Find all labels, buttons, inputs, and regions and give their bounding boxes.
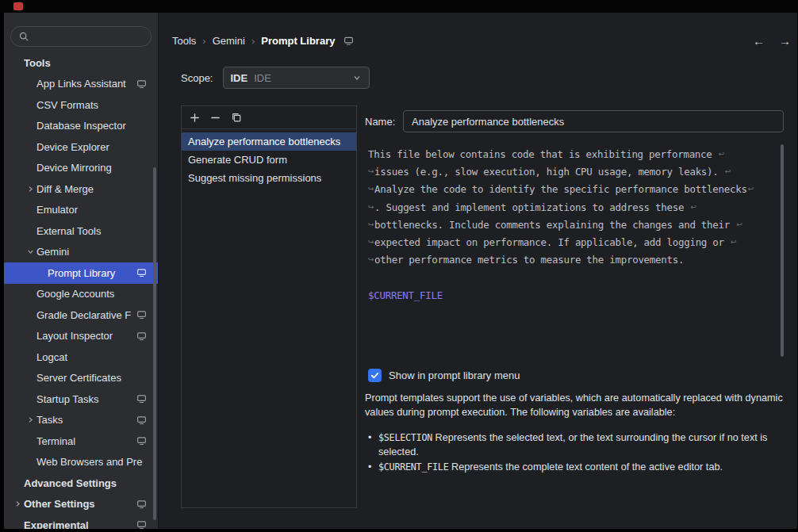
sidebar-item-experimental[interactable]: Experimental <box>4 515 158 529</box>
sidebar-item-device-explorer[interactable]: Device Explorer <box>4 136 158 158</box>
sidebar-item-app-links-assistant[interactable]: App Links Assistant <box>4 74 158 95</box>
search-icon <box>18 31 29 42</box>
editor-text: bottlenecks. Include comments explaining… <box>374 219 735 231</box>
editor-line <box>368 269 774 286</box>
sidebar-item-external-tools[interactable]: External Tools <box>4 220 158 242</box>
sidebar-item-diff-merge[interactable]: Diff & Merge <box>4 178 158 200</box>
variables-description: Prompt templates support the use of vari… <box>365 392 785 419</box>
sidebar-item-advanced-settings[interactable]: Advanced Settings <box>4 473 158 494</box>
chevron-right-icon[interactable] <box>24 184 36 194</box>
editor-text: This file below contains code that is ex… <box>368 148 718 160</box>
forward-arrow-icon[interactable]: → <box>779 34 791 48</box>
settings-content: Tools›Gemini›Prompt Library ← → Scope: I… <box>159 13 797 529</box>
sidebar-item-terminal[interactable]: Terminal <box>4 431 158 452</box>
soft-wrap-icon: ↪ <box>368 239 374 246</box>
variable-description: $CURRENT_FILE Represents the complete te… <box>378 461 785 475</box>
editor-scrollbar-thumb[interactable] <box>781 144 784 357</box>
sidebar-scrollbar-thumb[interactable] <box>153 167 156 520</box>
variable-item: •$SELECTION Represents the selected text… <box>368 431 785 459</box>
editor-line: ↪bottlenecks. Include comments explainin… <box>368 216 774 233</box>
prompt-item-analyze-performance-bottlenecks[interactable]: Analyze performance bottlenecks <box>182 132 356 151</box>
editor-line: ↪Analyze the code to identify the specif… <box>368 181 774 198</box>
show-in-menu-checkbox[interactable] <box>368 369 382 382</box>
chevron-down-icon[interactable] <box>24 247 36 257</box>
prompt-editor[interactable]: This file below contains code that is ex… <box>365 140 785 363</box>
sidebar-item-database-inspector[interactable]: Database Inspector <box>4 116 158 137</box>
sidebar-item-tasks[interactable]: Tasks <box>4 410 158 431</box>
editor-text: . Suggest and implement optimizations to… <box>374 201 689 213</box>
sidebar-item-label: Diff & Merge <box>36 183 158 195</box>
monitor-icon <box>136 415 147 425</box>
sidebar-item-gradle-declarative-f[interactable]: Gradle Declarative F <box>4 304 158 326</box>
soft-wrap-icon: ↪ <box>368 221 374 228</box>
breadcrumb: Tools›Gemini›Prompt Library <box>172 35 354 47</box>
sidebar-item-tools[interactable]: Tools <box>4 52 158 74</box>
traffic-light-close-button[interactable] <box>13 2 23 10</box>
sidebar-item-label: CSV Formats <box>36 99 158 111</box>
sidebar-item-label: Device Explorer <box>36 141 158 153</box>
prompt-name-input[interactable] <box>403 110 784 132</box>
variable-code: $CURRENT_FILE <box>378 461 448 473</box>
soft-wrap-icon: ↪ <box>368 168 374 175</box>
editor-text: other performance metrics to measure the… <box>374 254 684 266</box>
editor-line: ↪issues (e.g., slow execution, high CPU … <box>368 163 774 180</box>
bullet: • <box>368 431 378 459</box>
soft-wrap-icon: ↩ <box>748 186 754 193</box>
variable-description: $SELECTION Represents the selected text,… <box>378 431 785 459</box>
sidebar-item-label: Advanced Settings <box>24 477 158 489</box>
editor-text: issues (e.g., slow execution, high CPU u… <box>374 166 724 178</box>
sidebar-item-label: Web Browsers and Pre <box>36 456 158 468</box>
variable-item: •$CURRENT_FILE Represents the complete t… <box>368 461 785 475</box>
editor-line: ↪expected impact on performance. If appl… <box>368 233 774 251</box>
sidebar-item-label: Tools <box>24 57 158 69</box>
show-in-menu-row[interactable]: Show in prompt library menu <box>368 369 520 382</box>
prompt-item-generate-crud-form[interactable]: Generate CRUD form <box>182 151 356 169</box>
sidebar-item-label: External Tools <box>36 225 158 237</box>
duplicate-button[interactable] <box>227 109 245 126</box>
sidebar-item-layout-inspector[interactable]: Layout Inspector <box>4 326 158 347</box>
settings-search-box[interactable] <box>10 26 152 47</box>
sidebar-item-device-mirroring[interactable]: Device Mirroring <box>4 158 158 179</box>
breadcrumb-item-tools[interactable]: Tools <box>172 35 196 47</box>
scope-dropdown[interactable]: IDE IDE <box>223 67 370 89</box>
sidebar-item-label: Logcat <box>36 351 158 363</box>
editor-line: $CURRENT_FILE <box>368 286 774 304</box>
breadcrumb-separator: › <box>202 35 205 47</box>
sidebar-item-label: Google Accounts <box>36 288 158 300</box>
monitor-icon <box>136 331 147 341</box>
sidebar-item-logcat[interactable]: Logcat <box>4 346 158 368</box>
sidebar-item-startup-tasks[interactable]: Startup Tasks <box>4 388 158 410</box>
sidebar-item-gemini[interactable]: Gemini <box>4 242 158 263</box>
sidebar-item-emulator[interactable]: Emulator <box>4 200 158 221</box>
sidebar-item-web-browsers-and-pre[interactable]: Web Browsers and Pre <box>4 452 158 473</box>
prompt-item-suggest-missing-permissions[interactable]: Suggest missing permissions <box>182 169 356 187</box>
chevron-right-icon[interactable] <box>24 415 36 425</box>
sidebar-item-server-certificates[interactable]: Server Certificates <box>4 368 158 389</box>
breadcrumb-item-gemini[interactable]: Gemini <box>213 35 245 47</box>
add-button[interactable] <box>186 109 204 126</box>
breadcrumb-item-prompt-library[interactable]: Prompt Library <box>261 35 335 47</box>
search-input[interactable] <box>34 31 144 43</box>
variable-code: $SELECTION <box>378 432 432 443</box>
prompt-list: Analyze performance bottlenecksGenerate … <box>182 129 356 187</box>
sidebar-item-label: Emulator <box>36 204 158 216</box>
variables-list: •$SELECTION Represents the selected text… <box>368 431 785 475</box>
remove-button[interactable] <box>206 109 224 126</box>
sidebar-item-label: Database Inspector <box>36 120 158 132</box>
scope-row: Scope: IDE IDE <box>181 67 370 89</box>
back-arrow-icon[interactable]: ← <box>753 34 765 48</box>
monitor-icon <box>136 520 147 529</box>
monitor-icon <box>136 394 147 404</box>
sidebar-item-label: Device Mirroring <box>36 162 158 174</box>
monitor-icon <box>343 36 354 46</box>
soft-wrap-icon: ↩ <box>736 221 742 228</box>
chevron-right-icon[interactable] <box>11 499 24 509</box>
bullet: • <box>368 461 378 475</box>
sidebar-item-google-accounts[interactable]: Google Accounts <box>4 284 158 305</box>
scope-dropdown-secondary: IDE <box>254 72 345 84</box>
sidebar-item-csv-formats[interactable]: CSV Formats <box>4 94 158 116</box>
sidebar-item-other-settings[interactable]: Other Settings <box>4 494 158 515</box>
sidebar-item-prompt-library[interactable]: Prompt Library <box>4 262 158 284</box>
settings-tree: ToolsApp Links AssistantCSV FormatsDatab… <box>4 52 158 529</box>
sidebar-item-label: Gemini <box>36 246 158 258</box>
